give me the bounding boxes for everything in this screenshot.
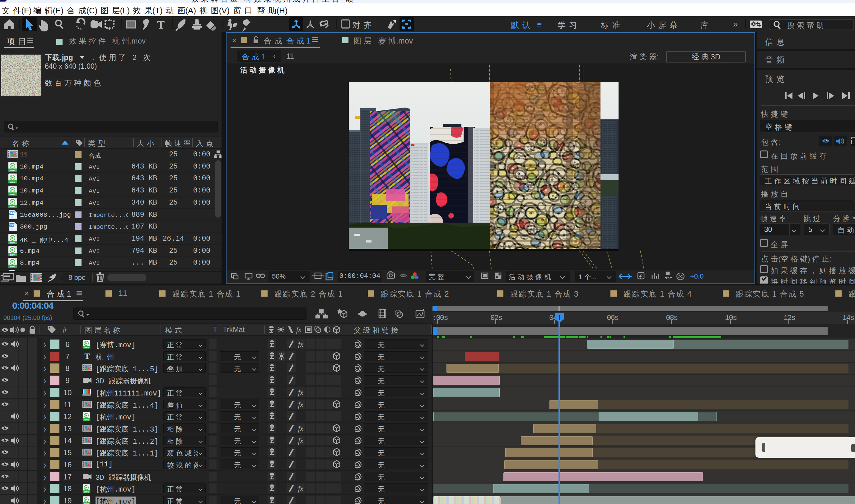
svg-text:MP4: MP4: [10, 241, 16, 244]
svg-text:fx: fx: [298, 401, 303, 409]
svg-text:MP4: MP4: [10, 205, 16, 208]
svg-text:T: T: [157, 19, 164, 31]
svg-text:MP4: MP4: [10, 193, 16, 196]
svg-text:fx: fx: [298, 389, 303, 396]
svg-text:fx: fx: [298, 437, 303, 445]
svg-text:MP4: MP4: [10, 181, 16, 184]
svg-text:MP4: MP4: [84, 491, 89, 493]
svg-text:T: T: [84, 352, 90, 360]
svg-text:JPG: JPG: [9, 212, 14, 215]
svg-text:JPG: JPG: [9, 223, 14, 227]
svg-text:MP4: MP4: [84, 346, 89, 348]
svg-text:#: #: [63, 326, 67, 334]
svg-text:fx: fx: [298, 485, 303, 492]
svg-text:MP4: MP4: [84, 418, 89, 421]
svg-text:MP4: MP4: [10, 169, 16, 172]
svg-text:fx: fx: [296, 326, 301, 334]
svg-text:MP4: MP4: [84, 503, 89, 504]
svg-text:MP4: MP4: [10, 265, 16, 268]
svg-text:MP4: MP4: [10, 253, 16, 256]
svg-text:fx: fx: [298, 340, 303, 348]
svg-text:fx: fx: [298, 425, 303, 432]
